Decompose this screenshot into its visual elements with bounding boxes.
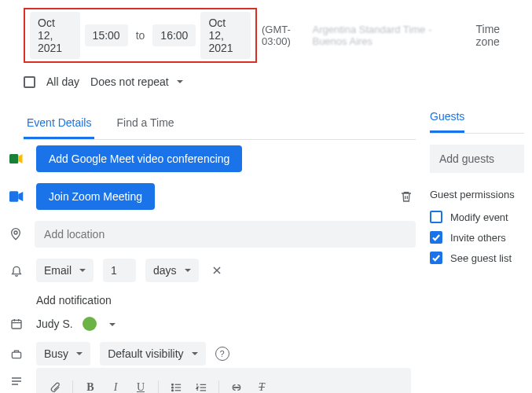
start-date[interactable]: Oct 12, 2021 <box>30 12 80 59</box>
owner-caret[interactable] <box>106 318 116 330</box>
add-guests-input[interactable]: Add guests <box>430 145 524 173</box>
underline-button[interactable]: U <box>130 377 152 393</box>
invite-others-checkbox[interactable] <box>430 231 442 244</box>
italic-button[interactable]: I <box>105 377 127 393</box>
svg-point-6 <box>171 387 173 388</box>
bullet-list-button[interactable] <box>165 377 187 393</box>
modify-event-label: Modify event <box>450 211 508 223</box>
all-day-label: All day <box>46 75 79 88</box>
svg-rect-3 <box>12 320 21 329</box>
notification-icon <box>6 263 27 277</box>
location-icon <box>6 226 25 242</box>
see-guest-list-label: See guest list <box>450 252 512 264</box>
svg-point-2 <box>14 231 17 234</box>
notif-method-select[interactable]: Email <box>36 259 94 282</box>
notif-unit-select[interactable]: days <box>145 259 199 282</box>
tz-button[interactable]: Time zone <box>476 23 516 48</box>
calendar-icon <box>6 318 27 330</box>
briefcase-icon <box>6 348 27 360</box>
meet-icon <box>6 152 27 165</box>
svg-rect-0 <box>9 154 18 163</box>
end-time[interactable]: 16:00 <box>152 24 196 46</box>
guest-permissions-header: Guest permissions <box>430 189 524 200</box>
tab-event-details[interactable]: Event Details <box>24 110 94 139</box>
remove-notification-icon[interactable] <box>208 262 226 279</box>
link-button[interactable] <box>226 377 248 393</box>
svg-rect-4 <box>12 352 20 358</box>
start-time[interactable]: 15:00 <box>85 24 128 46</box>
clear-format-button[interactable]: T <box>251 377 273 393</box>
owner-avatar[interactable] <box>83 317 97 331</box>
guests-header: Guests <box>430 96 464 133</box>
tz-offset: (GMT-03:00) <box>262 24 307 47</box>
add-meet-button[interactable]: Add Google Meet video conferencing <box>36 145 242 172</box>
join-zoom-button[interactable]: Join Zoom Meeting <box>36 183 155 210</box>
location-input[interactable] <box>35 221 416 248</box>
see-guest-list-checkbox[interactable] <box>430 252 442 264</box>
availability-select[interactable]: Busy <box>36 342 90 365</box>
svg-point-5 <box>171 384 173 385</box>
all-day-checkbox[interactable] <box>24 76 35 88</box>
notif-qty-input[interactable]: 1 <box>103 259 136 282</box>
attach-icon[interactable] <box>44 377 66 393</box>
format-toolbar: B I U T <box>44 374 403 393</box>
visibility-select[interactable]: Default visibility <box>100 342 205 365</box>
description-icon <box>6 376 27 386</box>
to-label: to <box>133 29 149 42</box>
help-icon[interactable]: ? <box>215 347 229 361</box>
svg-rect-1 <box>9 191 18 202</box>
number-list-button[interactable] <box>190 377 212 393</box>
owner-name: Judy S. <box>36 318 73 330</box>
add-notification-button[interactable]: Add notification <box>6 288 416 311</box>
end-date[interactable]: Oct 12, 2021 <box>200 12 251 59</box>
recurrence-select[interactable]: Does not repeat <box>90 75 183 88</box>
modify-event-checkbox[interactable] <box>430 211 442 223</box>
invite-others-label: Invite others <box>450 232 506 244</box>
delete-conference-icon[interactable] <box>400 189 416 204</box>
tab-find-time[interactable]: Find a Time <box>113 110 177 139</box>
bold-button[interactable]: B <box>79 377 101 393</box>
datetime-row: Oct 12, 2021 15:00 to 16:00 Oct 12, 2021… <box>0 0 532 69</box>
tz-name: Argentina Standard Time - Buenos Aires <box>312 24 457 47</box>
video-icon <box>6 191 27 202</box>
datetime-highlight: Oct 12, 2021 15:00 to 16:00 Oct 12, 2021 <box>24 8 257 63</box>
svg-point-7 <box>171 390 173 391</box>
